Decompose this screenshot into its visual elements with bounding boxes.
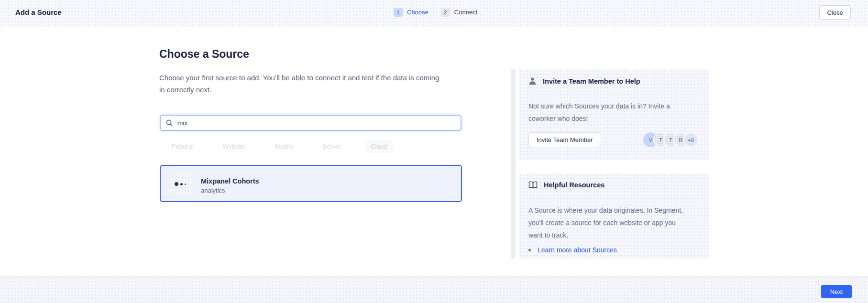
main-heading: Choose a Source (159, 48, 249, 61)
tab-cloud[interactable]: Cloud (365, 140, 393, 153)
close-button[interactable]: Close (819, 5, 851, 20)
step-connect[interactable]: 2 Connect (441, 8, 477, 17)
logo-dot-large (175, 182, 178, 186)
avatar-overflow-badge: +6 (683, 132, 698, 147)
invite-panel-title: Invite a Team Member to Help (543, 77, 640, 85)
category-tabs: Popular Website Mobile Server Cloud (166, 140, 393, 153)
logo-dot-small (185, 184, 186, 185)
resources-panel-body: A Source is where your data originates. … (528, 204, 691, 241)
tab-mobile[interactable]: Mobile (269, 140, 299, 153)
main-description: Choose your first source to add. You’ll … (159, 72, 441, 96)
step-connect-label: Connect (454, 9, 477, 16)
resources-link-item: Learn more about Sources (528, 246, 617, 254)
step-choose-label: Choose (407, 9, 429, 16)
divider (528, 197, 699, 197)
resources-panel-title: Helpful Resources (544, 181, 604, 189)
step-choose[interactable]: 1 Choose (394, 8, 429, 17)
learn-more-sources-link[interactable]: Learn more about Sources (538, 246, 617, 254)
page-title: Add a Source (15, 8, 62, 16)
mixpanel-logo-icon (170, 173, 193, 195)
step-connect-number: 2 (441, 8, 450, 17)
step-choose-number: 1 (394, 8, 403, 17)
invite-panel-body: Not sure which Sources your data is in? … (528, 100, 691, 125)
next-button[interactable]: Next (821, 285, 852, 298)
tab-popular[interactable]: Popular (166, 140, 199, 153)
source-search (160, 115, 461, 131)
invite-team-member-button[interactable]: Invite Team Member (528, 132, 601, 147)
tab-server[interactable]: Server (317, 140, 347, 153)
tab-website[interactable]: Website (217, 140, 251, 153)
book-icon (528, 181, 538, 189)
resources-panel-header: Helpful Resources (528, 181, 604, 189)
avatar-stack: V T T R +6 (643, 132, 698, 147)
logo-dot-medium (180, 183, 183, 185)
source-category: analytics (201, 187, 225, 194)
sidebar-scrollbar[interactable] (511, 69, 516, 259)
invite-panel: Invite a Team Member to Help Not sure wh… (519, 69, 709, 160)
add-source-page: Add a Source 1 Choose 2 Connect Close Ch… (0, 0, 868, 303)
search-input[interactable] (177, 119, 456, 127)
bullet-icon (528, 249, 531, 251)
magnifier-icon (165, 119, 173, 127)
stepper: 1 Choose 2 Connect (394, 8, 477, 17)
resources-panel: Helpful Resources A Source is where your… (519, 173, 709, 259)
source-name: Mixpanel Cohorts (201, 177, 259, 185)
header-bar: Add a Source 1 Choose 2 Connect Close (0, 0, 868, 27)
source-result-card[interactable]: Mixpanel Cohorts analytics (160, 165, 462, 202)
footer-bar: Next (0, 276, 868, 303)
invite-panel-header: Invite a Team Member to Help (528, 77, 640, 85)
divider (528, 93, 699, 93)
person-icon (528, 77, 537, 85)
